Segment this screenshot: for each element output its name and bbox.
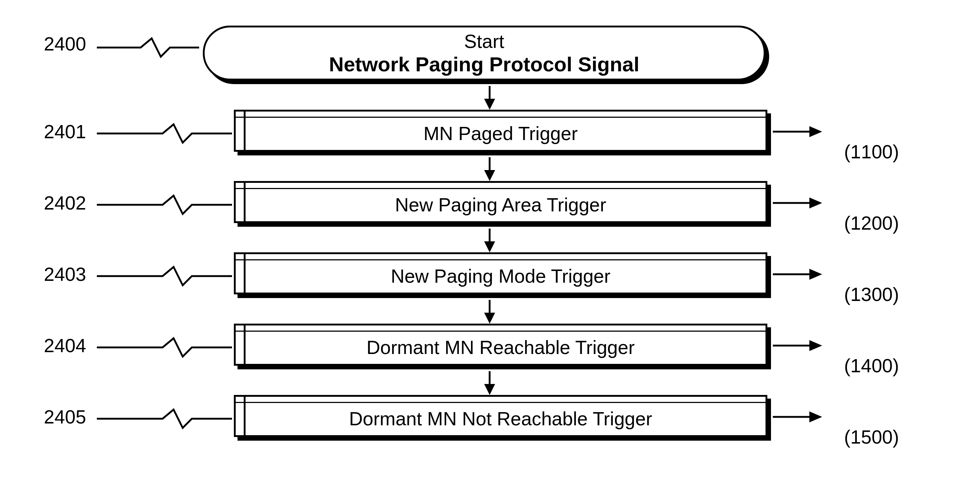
svg-marker-11	[809, 269, 822, 280]
step-dormant-not-reachable: Dormant MN Not Reachable Trigger	[234, 395, 767, 437]
svg-marker-9	[484, 241, 495, 252]
ref-2403: 2403	[44, 263, 86, 285]
leader-line	[97, 33, 199, 62]
svg-marker-5	[484, 170, 495, 181]
ref-1400: (1400)	[844, 355, 899, 377]
flow-arrow-right	[773, 269, 824, 283]
svg-marker-15	[809, 340, 822, 351]
flow-arrow-right	[773, 126, 824, 141]
svg-marker-17	[484, 384, 495, 395]
start-terminator: Start Network Paging Protocol Signal	[203, 26, 765, 80]
ref-1300: (1300)	[844, 283, 899, 305]
svg-marker-3	[809, 126, 822, 137]
flow-arrow-right	[773, 198, 824, 212]
leader-line	[97, 190, 232, 219]
ref-2405: 2405	[44, 406, 86, 428]
leader-line	[97, 404, 232, 433]
flow-arrow-right	[773, 412, 824, 426]
step-label: Dormant MN Reachable Trigger	[236, 337, 765, 358]
step-label: New Paging Area Trigger	[236, 194, 765, 216]
start-line2: Network Paging Protocol Signal	[329, 52, 639, 76]
ref-1500: (1500)	[844, 426, 899, 448]
svg-marker-1	[484, 99, 495, 110]
ref-2401: 2401	[44, 121, 86, 143]
step-label: New Paging Mode Trigger	[236, 265, 765, 287]
start-line1: Start	[464, 30, 504, 52]
leader-line	[97, 262, 232, 291]
flow-arrow-right	[773, 340, 824, 355]
step-mn-paged: MN Paged Trigger	[234, 110, 767, 152]
leader-line	[97, 119, 232, 148]
step-new-paging-area: New Paging Area Trigger	[234, 181, 767, 223]
ref-2400: 2400	[44, 33, 86, 55]
ref-1100: (1100)	[844, 141, 899, 163]
ref-1200: (1200)	[844, 212, 899, 234]
step-new-paging-mode: New Paging Mode Trigger	[234, 252, 767, 294]
leader-line	[97, 333, 232, 362]
svg-marker-13	[484, 313, 495, 324]
svg-marker-19	[809, 412, 822, 422]
step-dormant-reachable: Dormant MN Reachable Trigger	[234, 324, 767, 366]
svg-marker-7	[809, 198, 822, 209]
ref-2404: 2404	[44, 335, 86, 357]
ref-2402: 2402	[44, 192, 86, 214]
step-label: MN Paged Trigger	[236, 123, 765, 144]
step-label: Dormant MN Not Reachable Trigger	[236, 408, 765, 430]
